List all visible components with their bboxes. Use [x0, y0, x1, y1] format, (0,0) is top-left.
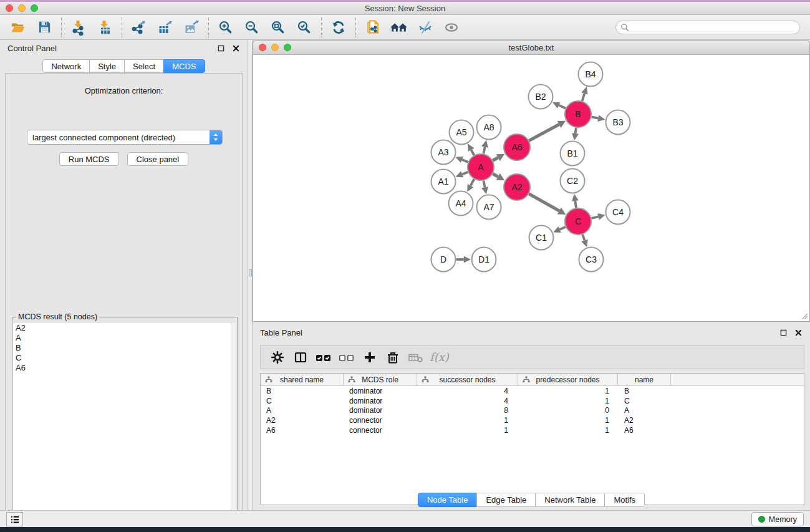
table-options-button[interactable] — [266, 347, 289, 368]
resize-grip-icon[interactable] — [799, 311, 808, 320]
graph-edge[interactable] — [552, 102, 566, 109]
tab-mcds[interactable]: MCDS — [163, 59, 205, 73]
run-mcds-button[interactable]: Run MCDS — [59, 152, 119, 166]
select-all-button[interactable] — [312, 347, 335, 368]
mcds-result-scrollbar[interactable] — [231, 323, 236, 528]
zoom-out-button[interactable] — [239, 16, 265, 39]
graph-edge[interactable] — [481, 140, 488, 154]
export-image-button[interactable] — [178, 16, 205, 39]
graph-edge[interactable] — [553, 226, 566, 233]
zoom-in-button[interactable] — [213, 16, 239, 39]
mcds-result-item[interactable]: A — [13, 333, 236, 343]
graph-node[interactable]: C2 — [561, 169, 585, 193]
table-row[interactable]: Adominator80A — [261, 406, 804, 416]
tab-network-table[interactable]: Network Table — [535, 493, 605, 507]
graph-node[interactable]: A — [468, 154, 494, 180]
graph-node[interactable]: B2 — [529, 85, 553, 109]
mcds-result-item[interactable]: C — [13, 353, 236, 363]
memory-button[interactable]: Memory — [751, 512, 804, 526]
column-header-shared-name[interactable]: shared name — [261, 374, 344, 385]
graph-node[interactable]: A5 — [450, 120, 474, 145]
float-panel-icon[interactable] — [216, 44, 225, 53]
zoom-fit-button[interactable] — [265, 16, 291, 39]
show-graphics-details-button[interactable] — [438, 16, 465, 39]
graph-node[interactable]: D — [432, 248, 456, 272]
export-network-button[interactable] — [126, 16, 152, 39]
float-panel-icon[interactable] — [779, 329, 788, 337]
ndex-home-button[interactable] — [386, 16, 412, 39]
close-panel-icon[interactable] — [231, 44, 240, 53]
table-row[interactable]: A6connector11A6 — [261, 425, 804, 435]
add-column-button[interactable] — [358, 347, 381, 368]
column-header-mcds-role[interactable]: MCDS role — [344, 374, 417, 385]
mcds-result-item[interactable]: B — [13, 343, 236, 353]
column-header-successor-nodes[interactable]: successor nodes — [417, 374, 518, 385]
tab-edge-table[interactable]: Edge Table — [476, 493, 536, 507]
task-history-button[interactable] — [6, 512, 23, 526]
column-header-predecessor-nodes[interactable]: predecessor nodes — [518, 374, 618, 385]
criterion-dropdown[interactable]: largest connected component (directed) — [27, 130, 223, 145]
graph-edge[interactable] — [572, 128, 579, 140]
graph-node[interactable]: B — [565, 101, 591, 127]
import-network-button[interactable] — [65, 16, 92, 39]
graph-edge[interactable] — [591, 213, 605, 220]
refresh-layout-button[interactable] — [325, 16, 352, 39]
graph-node[interactable]: A2 — [504, 174, 530, 200]
column-header-name[interactable]: name — [618, 374, 671, 385]
graph-edge[interactable] — [456, 256, 471, 263]
panel-splitter[interactable] — [248, 40, 253, 510]
table-row[interactable]: Cdominator41C — [261, 396, 804, 406]
graph-node[interactable]: C — [565, 208, 591, 235]
zoom-selected-button[interactable] — [291, 16, 317, 39]
deselect-all-button[interactable] — [335, 347, 358, 368]
graph-node[interactable]: B4 — [579, 62, 603, 87]
graph-edge[interactable] — [481, 181, 488, 195]
graph-node[interactable]: A7 — [477, 195, 501, 220]
tab-network[interactable]: Network — [42, 59, 90, 73]
tab-motifs[interactable]: Motifs — [604, 493, 645, 507]
network-graph[interactable]: B4B2BB3A8A5A6A3B1AA1C2A2A4A7C4CC1DD1C3 — [253, 55, 809, 321]
tab-node-table[interactable]: Node Table — [418, 493, 478, 507]
graph-edge[interactable] — [581, 87, 587, 101]
graph-node[interactable]: B1 — [561, 142, 585, 166]
graph-edge[interactable] — [529, 121, 566, 141]
network-from-document-button[interactable] — [360, 16, 386, 39]
table-row[interactable]: Bdominator41B — [261, 386, 804, 396]
export-table-button[interactable] — [152, 16, 178, 39]
search-input[interactable] — [615, 21, 800, 34]
table-row[interactable]: A2connector11A2 — [261, 415, 804, 425]
graph-node[interactable]: A8 — [477, 115, 501, 140]
open-session-button[interactable] — [5, 16, 31, 39]
close-panel-button[interactable]: Close panel — [127, 152, 189, 166]
graph-node[interactable]: C3 — [579, 248, 604, 272]
graph-node[interactable]: A6 — [504, 134, 530, 160]
graph-node[interactable]: B3 — [606, 110, 630, 135]
graph-edge[interactable] — [529, 194, 566, 215]
graph-edge[interactable] — [493, 173, 504, 180]
mcds-result-item[interactable]: A6 — [13, 363, 236, 373]
hide-graphics-details-button[interactable] — [412, 16, 438, 39]
graph-node[interactable]: A3 — [432, 140, 456, 165]
show-columns-button[interactable] — [289, 347, 312, 368]
splitter-grip[interactable] — [249, 269, 252, 276]
graph-edge[interactable] — [493, 154, 504, 161]
graph-node[interactable]: C4 — [606, 200, 630, 225]
graph-edge[interactable] — [456, 171, 468, 177]
network-window-titlebar[interactable]: testGlobe.txt — [253, 40, 810, 55]
delete-columns-button[interactable] — [381, 347, 404, 368]
import-table-button[interactable] — [92, 16, 118, 39]
graph-node[interactable]: A4 — [449, 191, 473, 216]
tab-style[interactable]: Style — [89, 59, 125, 73]
main-titlebar[interactable]: Session: New Session — [0, 2, 810, 15]
graph-edge[interactable] — [592, 115, 605, 122]
graph-edge[interactable] — [581, 235, 587, 247]
tab-select[interactable]: Select — [124, 59, 164, 73]
graph-edge[interactable] — [467, 179, 474, 191]
graph-edge[interactable] — [572, 194, 579, 208]
mcds-result-item[interactable]: A2 — [13, 323, 236, 333]
graph-node[interactable]: D1 — [472, 248, 496, 272]
graph-edge[interactable] — [455, 157, 468, 163]
save-session-button[interactable] — [31, 16, 57, 39]
network-canvas[interactable]: B4B2BB3A8A5A6A3B1AA1C2A2A4A7C4CC1DD1C3 — [253, 55, 810, 322]
close-panel-icon[interactable] — [794, 329, 803, 337]
